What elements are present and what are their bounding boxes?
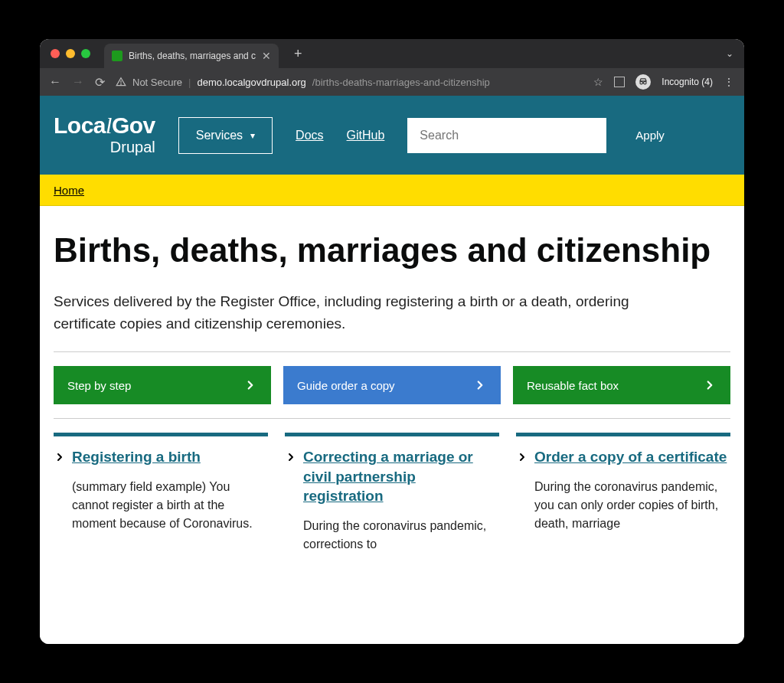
action-button-label: Guide order a copy — [297, 379, 395, 392]
browser-toolbar: ← → ⟳ Not Secure | demo.localgovdrupal.o… — [40, 68, 744, 96]
breadcrumb-home[interactable]: Home — [54, 184, 84, 197]
service-card-title[interactable]: Registering a birth — [72, 447, 201, 467]
svg-point-1 — [121, 84, 122, 85]
browser-titlebar: Births, deaths, marriages and c ✕ + ⌄ — [40, 39, 744, 68]
close-tab-icon[interactable]: ✕ — [262, 50, 271, 62]
service-card: Correcting a marriage or civil partnersh… — [285, 433, 499, 554]
logo-subtext: Drupal — [54, 139, 155, 156]
address-divider: | — [188, 77, 191, 88]
address-bar[interactable]: Not Secure | demo.localgovdrupal.org/bir… — [116, 77, 583, 88]
service-card: Order a copy of a certificateDuring the … — [516, 433, 730, 554]
logo-text: Gov — [112, 113, 155, 138]
not-secure-icon — [116, 77, 126, 87]
url-domain: demo.localgovdrupal.org — [197, 77, 305, 88]
chevron-right-icon — [703, 378, 717, 392]
window-menu-chevron-icon[interactable]: ⌄ — [726, 48, 733, 59]
logo-text: l — [106, 113, 112, 138]
service-card-title[interactable]: Order a copy of a certificate — [534, 447, 727, 467]
site-logo[interactable]: LocalGov Drupal — [54, 114, 155, 156]
apply-link[interactable]: Apply — [635, 129, 665, 142]
action-button-label: Reusable fact box — [527, 379, 619, 392]
service-card-title[interactable]: Correcting a marriage or civil partnersh… — [303, 447, 499, 506]
divider — [54, 351, 730, 352]
not-secure-label: Not Secure — [132, 77, 182, 88]
chevron-down-icon: ▾ — [250, 130, 255, 141]
logo-text: Loca — [54, 113, 106, 138]
chevron-right-icon — [243, 378, 257, 392]
install-app-icon[interactable] — [614, 77, 625, 87]
svg-point-3 — [644, 81, 647, 84]
incognito-icon[interactable] — [635, 74, 651, 90]
chevron-right-icon — [285, 451, 297, 463]
tab-title: Births, deaths, marriages and c — [129, 51, 256, 61]
chevron-right-icon — [473, 378, 487, 392]
chevron-right-icon — [516, 451, 528, 463]
forward-button[interactable]: → — [72, 75, 84, 89]
chevron-right-icon — [54, 451, 66, 463]
nav-github[interactable]: GitHub — [347, 129, 385, 142]
browser-window: Births, deaths, marriages and c ✕ + ⌄ ← … — [40, 39, 744, 644]
divider — [54, 418, 730, 419]
service-card: Registering a birth(summary field exampl… — [54, 433, 268, 554]
bookmark-star-icon[interactable]: ☆ — [593, 76, 603, 88]
action-button-row: Step by stepGuide order a copyReusable f… — [54, 366, 730, 404]
window-controls — [51, 49, 90, 58]
browser-viewport[interactable]: LocalGov Drupal Services ▾ Docs GitHub A… — [40, 96, 744, 644]
service-cards-row: Registering a birth(summary field exampl… — [54, 433, 730, 554]
favicon-icon — [112, 51, 122, 61]
site-header: LocalGov Drupal Services ▾ Docs GitHub A… — [40, 96, 744, 175]
main-content: Births, deaths, marriages and citizenshi… — [40, 206, 744, 644]
primary-nav: Docs GitHub — [296, 129, 384, 142]
browser-tab[interactable]: Births, deaths, marriages and c ✕ — [104, 44, 279, 68]
search-input[interactable] — [407, 118, 606, 153]
action-button-label: Step by step — [67, 379, 131, 392]
breadcrumb: Home — [40, 175, 744, 206]
incognito-label: Incognito (4) — [662, 77, 713, 87]
service-card-description: During the coronavirus pandemic, correct… — [303, 517, 499, 554]
services-label: Services — [196, 129, 243, 142]
minimize-window-button[interactable] — [66, 49, 75, 58]
service-card-description: During the coronavirus pandemic, you can… — [534, 478, 730, 533]
back-button[interactable]: ← — [49, 75, 61, 89]
nav-docs[interactable]: Docs — [296, 129, 323, 142]
browser-menu-icon[interactable]: ⋮ — [724, 76, 735, 88]
service-card-description: (summary field example) You cannot regis… — [72, 478, 268, 533]
maximize-window-button[interactable] — [81, 49, 90, 58]
page-intro: Services delivered by the Register Offic… — [54, 291, 651, 335]
action-button[interactable]: Step by step — [54, 366, 271, 404]
action-button[interactable]: Guide order a copy — [283, 366, 501, 404]
action-button[interactable]: Reusable fact box — [513, 366, 730, 404]
services-dropdown-button[interactable]: Services ▾ — [178, 117, 273, 154]
new-tab-button[interactable]: + — [294, 46, 302, 62]
close-window-button[interactable] — [51, 49, 60, 58]
page-title: Births, deaths, marriages and citizenshi… — [54, 229, 730, 271]
svg-point-2 — [640, 81, 643, 84]
url-path: /births-deaths-marriages-and-citizenship — [312, 77, 490, 88]
reload-button[interactable]: ⟳ — [95, 75, 105, 90]
